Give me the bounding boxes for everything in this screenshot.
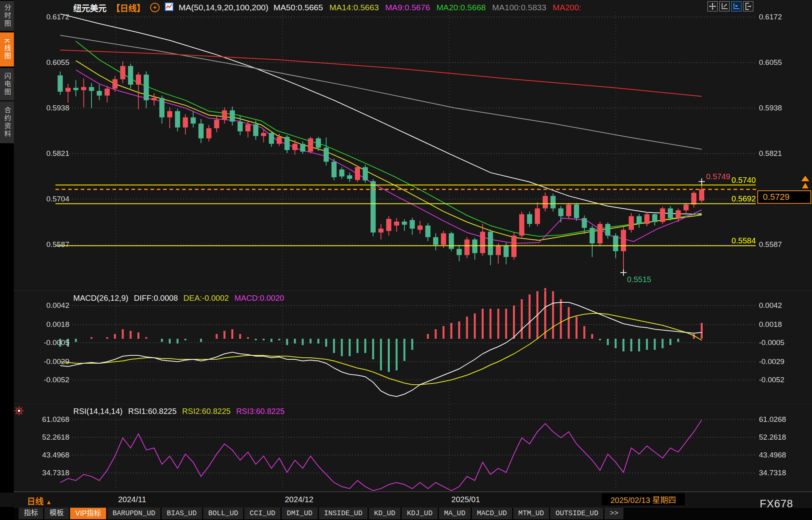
candle-body [308,139,313,152]
sidebar-item-candle-chart[interactable]: K线图 [0,32,14,66]
triangle-up-icon: ▲ [46,499,52,505]
candle-body [167,111,172,118]
pane-separator [14,290,812,291]
axis-scale-icon[interactable] [719,1,730,11]
indicator-tab-vip[interactable]: VIP指标 [70,508,106,519]
watermark: FX678 [760,498,793,510]
exit-chart-icon[interactable] [743,1,753,11]
rsi-axis-label: 52.2618 [759,433,786,442]
macd-axis-label: 0.0042 [14,301,69,310]
rsi-axis-label: 61.0268 [14,415,69,424]
sidebar-item-contract-info[interactable]: 合约资料 [0,101,14,143]
indicator-tab->>[interactable]: >> [604,508,623,519]
indicator-tab-[interactable]: 指标 [19,508,43,519]
price-axis-label: 0.5938 [759,104,782,112]
candle-body [73,88,78,90]
axis-scale-blue-icon[interactable] [731,1,741,11]
pane-separator [14,404,812,404]
indicator-tab-macd_ud[interactable]: MACD_UD [472,508,512,519]
date-tick: 2025/01 [452,495,480,504]
candle-body [363,167,368,180]
ma-params: MA(50,14,9,20,100,200) [179,3,269,12]
level-label: 0.5584 [677,236,756,245]
candle-body [277,137,282,144]
macd-diff-value: DIFF:0.0008 [134,294,178,303]
candle-body [566,205,571,216]
pan-icon[interactable] [707,1,718,11]
candle-body [441,233,446,245]
price-axis-label: 0.6055 [759,58,782,67]
macd-axis-label: 0.0018 [759,320,782,329]
date-tick: 2024/11 [118,495,146,504]
candle-body [355,167,360,180]
circle-plus-icon[interactable]: + [150,3,160,12]
mini-chart-icon[interactable] [165,2,173,13]
indicator-tab-mtm_ud[interactable]: MTM_UD [513,508,549,519]
chart-canvas[interactable] [0,0,812,493]
candle-body [332,162,337,177]
ma-value: MA100:0.5833 [492,3,547,12]
indicator-tab-[interactable]: 模板 [44,508,69,519]
candle-body [465,239,470,255]
timeline-row: 日线 ▲ 2024/112024/122025/01 2025/02/13 星期… [0,493,812,507]
date-tick: 2024/12 [285,495,313,504]
indicator-tab-boll_ud[interactable]: BOLL_UD [203,508,244,519]
rsi-axis-label: 61.0268 [759,415,786,424]
candle-body [519,214,524,235]
macd-axis-label: 0.0042 [759,301,782,310]
period-selector[interactable]: 日线 ▲ [27,495,52,507]
symbol-name: 纽元美元 [73,2,107,13]
macd-title: MACD(26,12,9) [73,294,128,303]
indicator-tab-outside_ud[interactable]: OUTSIDE_UD [550,508,603,519]
candle-body [433,237,438,245]
candle-body [402,222,407,225]
indicator-tab-cci_ud[interactable]: CCI_UD [244,508,280,519]
candle-body [347,175,352,179]
candle-body [152,98,157,100]
indicator-tab-dmi_ud[interactable]: DMI_UD [282,508,318,519]
chart-header: 纽元美元 【日线】 + MA(50,14,9,20,100,200) MA50:… [73,2,581,13]
sidebar-item-lightning-chart[interactable]: 闪电图 [0,68,14,101]
candle-body [183,118,188,128]
candle-body [652,214,658,222]
price-axis-label: 0.5587 [14,240,69,249]
price-axis-label: 0.6055 [14,58,69,67]
candle-body [590,228,595,243]
candle-body [316,139,321,148]
candle-body [394,222,399,226]
candle-body [676,211,681,218]
current-date-label: 2025/02/13 星期四 [602,493,685,505]
indicator-tab-barupdn_ud[interactable]: BARUPDN_UD [107,508,160,519]
candle-body [660,209,665,222]
ma-line-ma100 [60,35,702,149]
candle-body [292,144,297,150]
candle-body [238,121,243,131]
low-price-label: 0.5515 [627,275,651,284]
indicator-tab-kdj_ud[interactable]: KDJ_UD [402,508,438,519]
candle-body [230,110,235,122]
candle-body [496,245,501,255]
macd-dea-value: DEA:-0.0002 [183,294,229,303]
candle-body [198,123,204,138]
candle-body [120,66,126,79]
candle-body [261,133,266,136]
current-price-box: 0.5729 [757,190,811,204]
indicator-tab-inside_ud[interactable]: INSIDE_UD [319,508,368,519]
indicator-tab-kd_ud[interactable]: KD_UD [369,508,400,519]
candle-body [89,87,94,91]
ma-value: MA14:0.5663 [329,3,379,12]
ma-line-ma50 [60,14,702,214]
macd-axis-label: -0.0052 [759,376,784,384]
indicator-tab-bias_ud[interactable]: BIAS_UD [162,508,202,519]
candle-body [378,229,383,233]
level-label: 0.5692 [677,194,756,203]
indicator-tab-ma_ud[interactable]: MA_UD [439,508,471,519]
ma-line-ma20 [76,41,702,236]
candle-body [144,74,149,100]
macd-axis-label: -0.0029 [14,357,69,366]
candle-body [551,196,556,208]
price-axis-label: 0.5587 [759,240,782,249]
sidebar-item-minute-chart[interactable]: 分时图 [0,1,14,31]
candle-body [253,124,258,136]
candle-body [246,124,251,131]
